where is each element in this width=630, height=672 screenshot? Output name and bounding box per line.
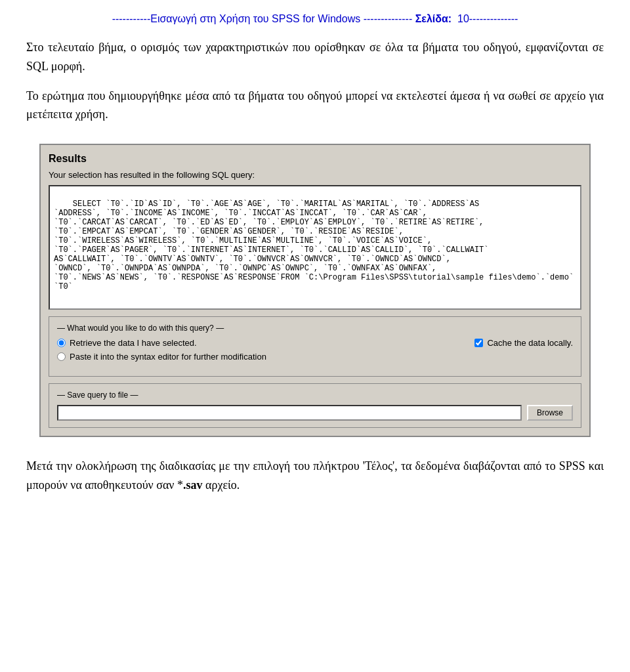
header-prefix: -----------Εισαγωγή στη Χρήση του SPSS f… <box>112 13 415 24</box>
header-page-label: Σελίδα: <box>415 13 452 24</box>
radio-row-retrieve: Retrieve the data I have selected. <box>57 338 266 348</box>
save-row: Browse <box>57 405 573 421</box>
paragraph-2-text: Το ερώτημα που δημιουργήθηκε μέσα από τα… <box>26 89 604 121</box>
paste-radio[interactable] <box>57 352 66 361</box>
footer-paragraph: Μετά την ολοκλήρωση της διαδικασίας με τ… <box>26 457 604 495</box>
sql-query-box[interactable]: SELECT `T0`.`ID`AS`ID`, `T0`.`AGE`AS`AGE… <box>49 185 581 310</box>
footer-bold-ext: .sav <box>183 478 203 492</box>
paragraph-1: Στο τελευταίο βήμα, ο ορισμός των χαρακτ… <box>26 38 604 76</box>
save-file-input[interactable] <box>57 405 522 421</box>
retrieve-label: Retrieve the data I have selected. <box>70 338 197 348</box>
results-box: Results Your selection has resulted in t… <box>39 144 591 437</box>
radio-row-paste: Paste it into the syntax editor for furt… <box>57 352 266 362</box>
cache-checkbox[interactable] <box>474 339 483 347</box>
sql-content: SELECT `T0`.`ID`AS`ID`, `T0`.`AGE`AS`AGE… <box>54 200 574 291</box>
save-query-group: — Save query to file — Browse <box>49 383 581 428</box>
page-header: -----------Εισαγωγή στη Χρήση του SPSS f… <box>26 13 604 25</box>
footer-text-2: αρχείο. <box>203 478 240 492</box>
cache-checkbox-row: Cache the data locally. <box>474 338 573 348</box>
footer-text-1: Μετά την ολοκλήρωση της διαδικασίας με τ… <box>26 459 604 492</box>
action-row: Retrieve the data I have selected. Paste… <box>57 338 573 369</box>
results-subtitle: Your selection has resulted in the follo… <box>49 170 581 180</box>
paragraph-2: Το ερώτημα που δημιουργήθηκε μέσα από τα… <box>26 87 604 125</box>
results-title: Results <box>49 153 581 165</box>
cache-label: Cache the data locally. <box>487 338 573 348</box>
query-action-group: — What would you like to do with this qu… <box>49 316 581 377</box>
query-action-title: — What would you like to do with this qu… <box>57 324 573 333</box>
header-suffix: -------------- <box>469 13 518 24</box>
paragraph-1-text: Στο τελευταίο βήμα, ο ορισμός των χαρακτ… <box>26 41 604 73</box>
paste-label: Paste it into the syntax editor for furt… <box>70 352 266 362</box>
browse-button[interactable]: Browse <box>527 405 573 421</box>
header-page-number: 10 <box>457 13 469 24</box>
save-title: — Save query to file — <box>57 390 573 400</box>
retrieve-radio[interactable] <box>57 339 66 347</box>
radio-group: Retrieve the data I have selected. Paste… <box>57 338 266 366</box>
